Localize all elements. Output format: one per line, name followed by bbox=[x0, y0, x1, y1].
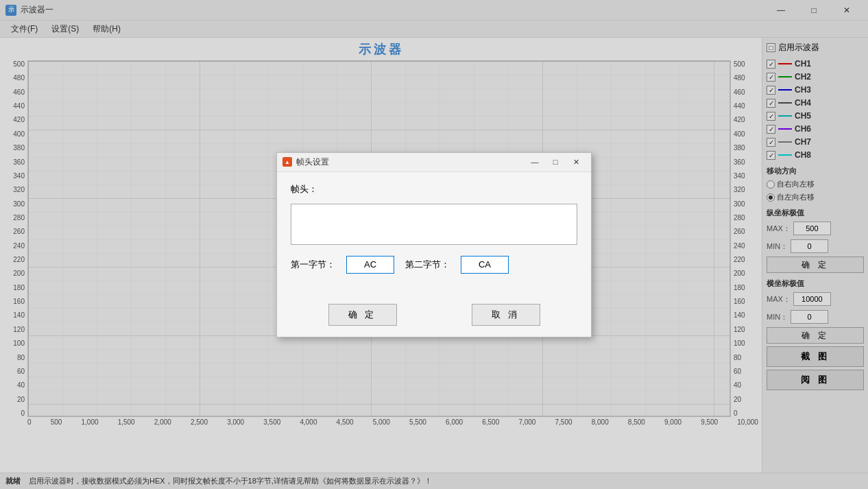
dialog-maximize-btn[interactable]: □ bbox=[546, 154, 565, 169]
byte2-input[interactable] bbox=[461, 256, 509, 274]
frame-header-label: 帧头： bbox=[291, 183, 317, 195]
dialog-title-bar: ▲ 帧头设置 — □ ✕ bbox=[277, 153, 591, 172]
byte-inputs-row: 第一字节： 第二字节： bbox=[291, 256, 577, 274]
byte1-input[interactable] bbox=[346, 256, 394, 274]
dialog-controls: — □ ✕ bbox=[525, 154, 586, 169]
dialog-minimize-btn[interactable]: — bbox=[525, 154, 544, 169]
byte2-label: 第二字节： bbox=[405, 259, 450, 271]
dialog-title-left: ▲ 帧头设置 bbox=[282, 156, 329, 168]
frame-settings-dialog: ▲ 帧头设置 — □ ✕ 帧头： 第一字节： 第二字节： bbox=[276, 152, 592, 337]
byte1-label: 第一字节： bbox=[291, 259, 335, 271]
dialog-title-text: 帧头设置 bbox=[296, 156, 329, 168]
modal-overlay: ▲ 帧头设置 — □ ✕ 帧头： 第一字节： 第二字节： bbox=[0, 0, 868, 489]
dialog-confirm-button[interactable]: 确 定 bbox=[328, 304, 397, 326]
frame-header-area bbox=[291, 204, 577, 245]
dialog-icon: ▲ bbox=[282, 157, 292, 167]
dialog-body: 帧头： 第一字节： 第二字节： bbox=[277, 172, 591, 298]
dialog-close-btn[interactable]: ✕ bbox=[566, 154, 586, 169]
frame-header-label-row: 帧头： bbox=[291, 183, 577, 195]
dialog-footer: 确 定 取 消 bbox=[277, 298, 591, 337]
dialog-cancel-button[interactable]: 取 消 bbox=[472, 304, 540, 326]
